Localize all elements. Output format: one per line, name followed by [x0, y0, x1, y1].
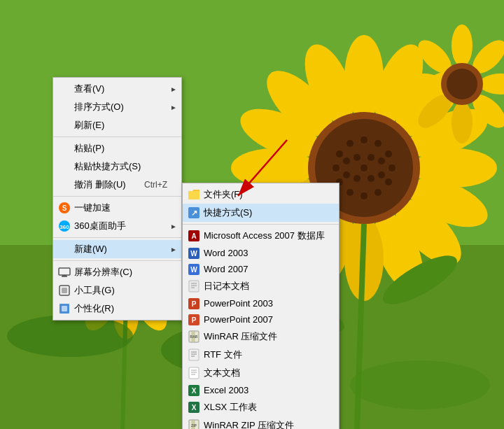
submenu-item-shortcut[interactable]: ↗ 快捷方式(S) — [183, 204, 339, 222]
submenu-item-word2003[interactable]: W Word 2003 — [183, 245, 339, 261]
submenu-item-ppt2007-label: PowerPoint 2007 — [204, 314, 273, 325]
svg-rect-82 — [62, 288, 67, 293]
access-icon: A — [187, 229, 201, 243]
zip-icon: ZIP — [187, 419, 201, 429]
submenu-item-excel2003-label: Excel 2003 — [204, 385, 248, 395]
menu-item-view[interactable]: 查看(V) ► — [53, 80, 181, 98]
gadget-icon — [57, 283, 71, 297]
menu-item-speedup-label: 一键加速 — [74, 202, 111, 214]
svg-point-39 — [378, 157, 385, 164]
menu-item-speedup[interactable]: S 一键加速 — [53, 199, 181, 217]
submenu-item-ppt2003[interactable]: P PowerPoint 2003 — [183, 295, 339, 311]
360-icon: 360 — [57, 219, 71, 233]
menu-item-resolution[interactable]: 屏幕分辨率(C) — [53, 263, 181, 281]
svg-point-71 — [7, 315, 133, 357]
menu-item-sort[interactable]: 排序方式(O) ► — [53, 98, 181, 116]
submenu-item-ppt2007[interactable]: P PowerPoint 2007 — [183, 311, 339, 328]
svg-point-27 — [385, 178, 392, 185]
submenu-item-word2007-label: Word 2007 — [204, 264, 248, 274]
svg-point-36 — [360, 164, 368, 171]
submenu-item-zip-label: WinRAR ZIP 压缩文件 — [204, 419, 294, 429]
menu-item-view-label: 查看(V) — [74, 83, 104, 95]
separator-4 — [53, 260, 181, 261]
submenu-item-journal[interactable]: 日记本文档 — [183, 277, 339, 295]
menu-item-paste-shortcut[interactable]: 粘贴快捷方式(S) — [53, 157, 181, 176]
menu-item-personalize[interactable]: 个性化(R) — [53, 300, 181, 318]
submenu-item-journal-label: 日记本文档 — [204, 280, 249, 293]
svg-point-20 — [360, 136, 368, 143]
submenu-arrow-icon: ► — [170, 104, 177, 111]
svg-point-25 — [388, 164, 396, 171]
submenu-item-rtf-label: RTF 文件 — [204, 349, 242, 361]
shortcut-icon: ↗ — [187, 206, 201, 220]
svg-rect-84 — [62, 306, 67, 311]
svg-point-70 — [350, 360, 490, 409]
submenu-item-access[interactable]: A Microsoft Access 2007 数据库 — [183, 227, 339, 245]
menu-item-refresh-label: 刷新(E) — [74, 119, 104, 132]
svg-text:RAR: RAR — [190, 335, 198, 339]
svg-point-65 — [402, 73, 444, 94]
svg-point-40 — [343, 157, 350, 164]
submenu-separator-1 — [183, 224, 339, 225]
svg-rect-108 — [189, 367, 199, 379]
svg-point-35 — [354, 175, 360, 182]
svg-point-34 — [368, 175, 374, 182]
svg-rect-78 — [59, 268, 70, 275]
menu-item-gadget-label: 小工具(G) — [74, 284, 115, 297]
svg-point-21 — [374, 140, 382, 147]
menu-item-refresh[interactable]: 刷新(E) — [53, 116, 181, 134]
separator-2 — [53, 196, 181, 197]
submenu-item-word2003-label: Word 2003 — [204, 248, 248, 258]
new-submenu: 文件夹(F) ↗ 快捷方式(S) A Microsoft Access 2007… — [182, 183, 340, 429]
submenu-item-xlsx[interactable]: X XLSX 工作表 — [183, 398, 339, 416]
submenu-item-rar-label: WinRAR 压缩文件 — [204, 330, 277, 343]
menu-item-paste-shortcut-label: 粘贴快捷方式(S) — [74, 160, 141, 173]
rar-icon: RAR — [187, 330, 201, 344]
menu-item-gadget[interactable]: 小工具(G) — [53, 281, 181, 300]
ppt2007-icon: P — [187, 313, 201, 327]
menu-item-paste[interactable]: 粘贴(P) — [53, 139, 181, 157]
svg-text:S: S — [62, 204, 67, 212]
submenu-item-txt[interactable]: 文本文档 — [183, 364, 339, 382]
svg-point-63 — [451, 101, 472, 143]
personalize-icon — [57, 302, 71, 316]
menu-item-new[interactable]: 新建(W) ► — [53, 240, 181, 258]
svg-point-22 — [346, 140, 354, 147]
submenu-item-rtf[interactable]: RTF 文件 — [183, 346, 339, 364]
svg-point-30 — [346, 189, 354, 196]
submenu-item-rar[interactable]: RAR WinRAR 压缩文件 — [183, 328, 339, 346]
menu-item-paste-label: 粘贴(P) — [74, 142, 104, 155]
svg-point-32 — [368, 154, 374, 161]
menu-item-undo[interactable]: 撤消 删除(U) Ctrl+Z — [53, 176, 181, 194]
svg-text:P: P — [192, 316, 197, 324]
svg-text:X: X — [192, 387, 197, 395]
svg-text:360: 360 — [59, 224, 69, 230]
svg-text:↗: ↗ — [191, 209, 197, 217]
svg-point-38 — [343, 171, 350, 178]
svg-point-59 — [451, 24, 472, 66]
submenu-arrow-icon: ► — [170, 223, 177, 230]
submenu-item-zip[interactable]: ZIP WinRAR ZIP 压缩文件 — [183, 416, 339, 429]
submenu-item-excel2003[interactable]: X Excel 2003 — [183, 382, 339, 398]
menu-item-undo-label: 撤消 删除(U) — [74, 178, 126, 191]
submenu-item-folder[interactable]: 文件夹(F) — [183, 185, 339, 204]
main-context-menu: 查看(V) ► 排序方式(O) ► 刷新(E) 粘贴(P) 粘贴快捷方式(S) … — [52, 77, 182, 321]
submenu-item-ppt2003-label: PowerPoint 2003 — [204, 298, 273, 309]
menu-item-360[interactable]: 360 360桌面助手 ► — [53, 217, 181, 235]
svg-point-23 — [385, 150, 392, 157]
speedup-icon: S — [57, 201, 71, 215]
submenu-item-txt-label: 文本文档 — [204, 367, 240, 379]
submenu-item-folder-label: 文件夹(F) — [204, 188, 243, 201]
svg-point-24 — [336, 150, 343, 157]
submenu-item-access-label: Microsoft Access 2007 数据库 — [204, 230, 325, 242]
svg-rect-93 — [189, 281, 199, 292]
menu-item-resolution-label: 屏幕分辨率(C) — [74, 266, 132, 279]
submenu-item-word2007[interactable]: W Word 2007 — [183, 261, 339, 277]
svg-point-37 — [378, 171, 385, 178]
svg-text:A: A — [191, 232, 196, 240]
menu-item-personalize-label: 个性化(R) — [74, 302, 114, 315]
ppt2003-icon: P — [187, 297, 201, 311]
word2007-icon: W — [187, 262, 201, 276]
svg-point-26 — [332, 164, 340, 171]
rtf-icon — [187, 348, 201, 362]
